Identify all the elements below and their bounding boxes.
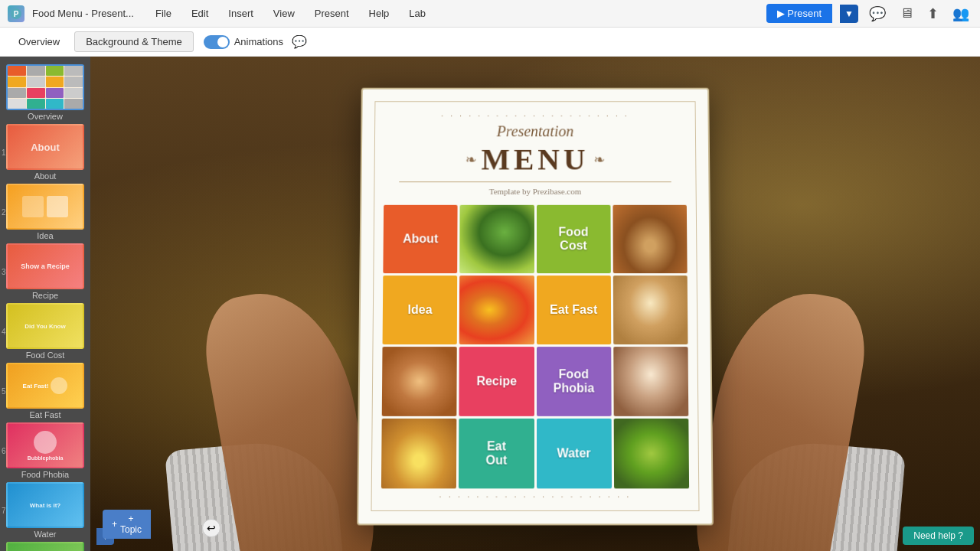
animations-toggle[interactable] — [204, 35, 230, 49]
share-icon[interactable]: ⬆ — [924, 2, 942, 25]
grid-label-water: Water — [537, 419, 612, 488]
menu-border-bottom: · · · · · · · · · · · · · · · · · · · · … — [381, 491, 689, 500]
animations-label: Animations — [234, 36, 283, 47]
grid-photo-veggies — [459, 276, 534, 344]
menu-view[interactable]: View — [267, 5, 301, 22]
thumb-foodphobia: Bubblephobia — [6, 422, 84, 468]
sidebar-item-eatfast[interactable]: 5 Eat Fast! Eat Fast — [6, 363, 84, 419]
grid-photo-burger — [612, 205, 687, 273]
add-icon: + — [112, 519, 117, 530]
sidebar: Overview 1 About About 2 Idea 3 Show a R… — [0, 57, 90, 551]
thumb-num-7: 7 — [2, 507, 6, 515]
app-title: Food Menu - Present... — [32, 8, 134, 19]
grid-photo-plate — [613, 419, 689, 488]
thumb-idea — [6, 184, 84, 230]
thumb-label-eatfast: Eat Fast — [6, 410, 84, 419]
undo-button[interactable]: ↩ — [202, 519, 220, 537]
grid-photo-pancakes — [613, 276, 688, 344]
add-topic-button[interactable]: + + Topic — [103, 510, 151, 539]
thumb-about: About — [6, 124, 84, 170]
menu-edit[interactable]: Edit — [185, 5, 214, 22]
menu-main-title: MENU — [481, 142, 589, 177]
svg-text:P: P — [14, 10, 19, 18]
grid-label-eatout: EatOut — [459, 419, 534, 488]
menu-title-area: Presentation ❧ MENU ❧ Template by Prezib… — [384, 123, 687, 196]
grid-about[interactable]: About — [383, 205, 457, 273]
add-topic-label: + Topic — [120, 514, 142, 535]
thumb-recipe: Show a Recipe — [6, 243, 84, 289]
menu-card-inner: · · · · · · · · · · · · · · · · · · · · … — [371, 101, 699, 511]
presentation-text: Presentation — [384, 123, 686, 141]
deco-left: ❧ — [466, 151, 477, 168]
menu-decorations: ❧ MENU ❧ — [384, 142, 686, 177]
menu-help[interactable]: Help — [363, 5, 396, 22]
main-area: Overview 1 About About 2 Idea 3 Show a R… — [0, 57, 980, 551]
present-dropdown-arrow[interactable]: ▼ — [840, 5, 858, 23]
thumb-num-2: 2 — [2, 208, 6, 217]
tab-overview[interactable]: Overview — [8, 32, 70, 51]
grid-label-about: About — [383, 205, 457, 273]
thumb-num-5: 5 — [2, 387, 6, 396]
sidebar-item-overview[interactable]: Overview — [6, 64, 84, 121]
menu-divider — [399, 181, 671, 182]
thumb-eatfast: Eat Fast! — [6, 363, 84, 409]
monitor-icon[interactable]: 🖥 — [897, 2, 916, 24]
thumb-label-overview: Overview — [6, 112, 84, 121]
comment-icon[interactable]: 💬 — [866, 2, 889, 25]
thumb-label-idea: Idea — [6, 231, 84, 240]
thumb-num-1: 1 — [2, 148, 6, 157]
sidebar-item-about[interactable]: 1 About About — [6, 124, 84, 181]
menu-border-top: · · · · · · · · · · · · · · · · · · · · … — [384, 111, 686, 120]
thumb-foodcost: Did You Know — [6, 303, 84, 349]
grid-eatfast[interactable]: Eat Fast — [536, 276, 610, 344]
toolbar-comment-icon[interactable]: 💬 — [292, 34, 307, 49]
grid-label-idea: Idea — [383, 276, 458, 344]
thumb-num-3: 3 — [2, 268, 6, 276]
grid-label-foodphobia: FoodPhobia — [537, 347, 612, 416]
thumb-label-foodcost: Food Cost — [6, 350, 84, 360]
sidebar-item-idea[interactable]: 2 Idea — [6, 184, 84, 240]
canvas-area: · · · · · · · · · · · · · · · · · · · · … — [90, 57, 980, 551]
sidebar-item-foodcost[interactable]: 4 Did You Know Food Cost — [6, 303, 84, 360]
sidebar-item-recipe[interactable]: 3 Show a Recipe Recipe — [6, 243, 84, 300]
grid-foodcost[interactable]: FoodCost — [536, 205, 610, 273]
menu-present[interactable]: Present — [309, 5, 355, 22]
sidebar-item-eatout[interactable]: 8 Positive Eating Eat Out — [6, 542, 84, 551]
thumb-eatout: Positive Eating — [6, 542, 84, 551]
thumb-water: What is it? — [6, 482, 84, 528]
topbar: P Food Menu - Present... File Edit Inser… — [0, 0, 980, 28]
grid-photo-cake — [613, 347, 688, 416]
thumb-label-about: About — [6, 171, 84, 181]
menu-lab[interactable]: Lab — [403, 5, 432, 22]
need-help-button[interactable]: Need help ? — [903, 527, 974, 545]
grid-recipe[interactable]: Recipe — [459, 347, 534, 416]
menu-file[interactable]: File — [149, 5, 178, 22]
grid-eatout[interactable]: EatOut — [459, 419, 534, 488]
thumb-num-4: 4 — [2, 328, 6, 336]
toolbar: Overview Background & Theme Animations 💬 — [0, 28, 980, 57]
menu-card: · · · · · · · · · · · · · · · · · · · · … — [357, 88, 714, 526]
grid-photo-salad — [459, 205, 534, 273]
thumb-label-water: Water — [6, 530, 84, 539]
deco-right: ❧ — [593, 151, 605, 168]
menu-insert[interactable]: Insert — [222, 5, 260, 22]
sidebar-item-foodphobia[interactable]: 6 Bubblephobia Food Phobia — [6, 422, 84, 479]
animations-toggle-group: Animations — [204, 35, 283, 49]
tab-background-theme[interactable]: Background & Theme — [74, 31, 194, 52]
menu-grid: About FoodCost Idea — [381, 205, 689, 489]
grid-idea[interactable]: Idea — [383, 276, 458, 344]
users-icon[interactable]: 👥 — [949, 2, 972, 25]
thumb-num-6: 6 — [2, 447, 6, 455]
sidebar-item-water[interactable]: 7 What is it? Water — [6, 482, 84, 539]
thumb-overview — [6, 64, 84, 110]
thumb-label-foodphobia: Food Phobia — [6, 470, 84, 479]
app-logo: P — [8, 5, 24, 22]
thumb-label-recipe: Recipe — [6, 291, 84, 300]
grid-photo-croissant — [381, 419, 457, 488]
grid-water[interactable]: Water — [537, 419, 612, 488]
grid-foodphobia[interactable]: FoodPhobia — [537, 347, 612, 416]
grid-label-eatfast: Eat Fast — [536, 276, 610, 344]
present-button[interactable]: ▶ Present — [766, 4, 832, 23]
grid-label-foodcost: FoodCost — [536, 205, 610, 273]
grid-label-recipe: Recipe — [459, 347, 534, 416]
